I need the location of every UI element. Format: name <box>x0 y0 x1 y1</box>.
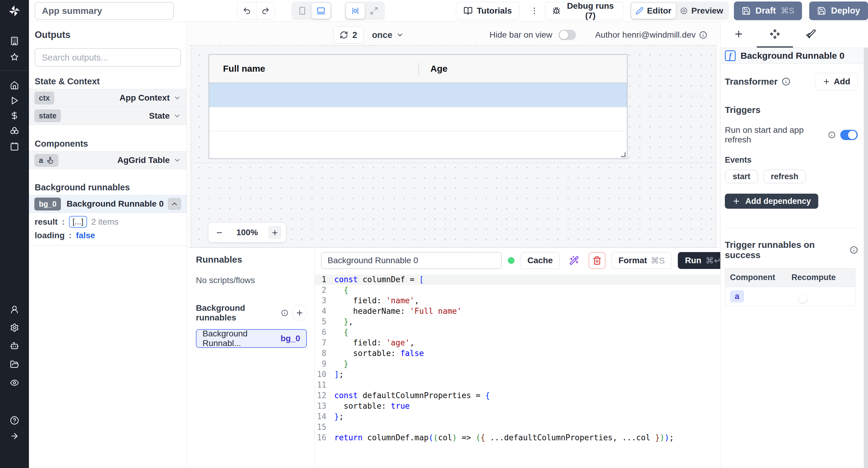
resources-boxes-icon[interactable] <box>10 127 19 136</box>
chevron-down-icon[interactable] <box>173 156 181 164</box>
zoom-level: 100% <box>231 228 263 237</box>
code-line-3[interactable]: 3 field: 'name', <box>315 295 735 306</box>
code-line-6[interactable]: 6 { <box>315 327 735 338</box>
app-summary-input[interactable] <box>35 2 174 20</box>
settings-gear-icon[interactable] <box>10 323 19 332</box>
mobile-view-button[interactable] <box>293 3 312 19</box>
zoom-out-button[interactable]: − <box>213 226 226 239</box>
column-header-full-name[interactable]: Full name <box>209 64 418 74</box>
add-runnable-button[interactable] <box>292 305 307 321</box>
chevron-down-icon[interactable] <box>173 94 181 102</box>
debug-runs-button[interactable]: Debug runs (7) <box>545 2 624 20</box>
preview-tab[interactable]: Preview <box>676 3 727 19</box>
undo-button[interactable] <box>238 2 256 19</box>
refresh-mode-dropdown[interactable]: once <box>372 30 404 40</box>
run-on-start-toggle[interactable] <box>840 130 858 140</box>
hide-bar-toggle[interactable] <box>558 30 576 40</box>
runnable-item-bg0[interactable]: Background Runnabl... bg_0 <box>196 329 307 348</box>
runnable-name-input[interactable] <box>321 252 502 269</box>
line-number: 12 <box>315 390 334 401</box>
code-line-9[interactable]: 9 } <box>315 359 735 369</box>
code-line-12[interactable]: 12const defaultColumnProperties = { <box>315 390 735 401</box>
format-label: Format <box>618 256 647 265</box>
line-number: 7 <box>315 338 334 348</box>
section-divider <box>29 245 187 245</box>
table-row[interactable] <box>209 107 627 131</box>
cache-button[interactable]: Cache <box>521 252 560 269</box>
center-layout-button[interactable] <box>346 3 365 19</box>
info-icon[interactable] <box>828 131 835 139</box>
insert-component-tab[interactable] <box>721 22 757 47</box>
code-line-11[interactable]: 11 <box>315 380 735 390</box>
styling-brush-tab[interactable] <box>793 22 829 47</box>
background-runnables-title: Background runnables <box>35 182 187 193</box>
collapse-chevron-up-button[interactable] <box>168 198 181 210</box>
column-separator[interactable] <box>418 63 419 75</box>
component-a-row[interactable]: a AgGrid Table <box>29 151 187 169</box>
code-line-7[interactable]: 7 field: 'age', <box>315 338 735 348</box>
folders-icon[interactable] <box>10 360 19 369</box>
home-icon[interactable] <box>10 81 19 90</box>
refresh-button[interactable]: 2 <box>333 26 364 44</box>
code-line-5[interactable]: 5 }, <box>315 316 735 327</box>
code-line-14[interactable]: 14}; <box>315 411 735 422</box>
panel-scrollbar[interactable] <box>864 47 868 468</box>
ctx-output-row[interactable]: ctx App Context <box>29 89 187 107</box>
info-icon[interactable] <box>850 246 858 254</box>
code-line-1[interactable]: 1const columnDef = [ <box>315 274 735 285</box>
events-label: Events <box>725 156 858 165</box>
table-row-selected[interactable] <box>209 83 627 107</box>
runs-play-icon[interactable] <box>10 96 19 105</box>
schedules-calendar-icon[interactable] <box>10 142 19 151</box>
code-line-10[interactable]: 10]; <box>315 369 735 380</box>
favorites-star-icon[interactable] <box>10 53 19 62</box>
state-output-row[interactable]: state State <box>29 107 187 125</box>
fullscreen-button[interactable] <box>365 3 383 19</box>
add-dependency-button[interactable]: Add dependency <box>725 194 818 209</box>
code-line-8[interactable]: 8 sortable: false <box>315 348 735 359</box>
result-array-chip[interactable]: [...] <box>69 216 87 228</box>
settings-diamonds-tab[interactable] <box>757 22 793 47</box>
components-title: Components <box>35 139 187 149</box>
groups-eye-icon[interactable] <box>10 378 19 387</box>
windmill-logo-icon[interactable] <box>8 4 21 18</box>
resize-handle[interactable] <box>621 153 626 157</box>
ai-bot-icon[interactable] <box>10 341 19 350</box>
function-icon: f <box>725 50 736 61</box>
workspace-building-icon[interactable] <box>10 36 19 45</box>
help-icon[interactable] <box>10 416 19 425</box>
code-line-2[interactable]: 2 { <box>315 285 735 295</box>
add-transformer-button[interactable]: Add <box>815 73 858 90</box>
code-line-15[interactable]: 15 <box>315 422 735 432</box>
chevron-down-icon[interactable] <box>173 112 181 120</box>
zoom-in-button[interactable]: + <box>268 226 281 239</box>
state-type-label: State <box>149 111 170 121</box>
redo-button[interactable] <box>256 2 275 19</box>
search-outputs-input[interactable] <box>35 48 181 67</box>
app-canvas[interactable]: Full name Age − 100% + <box>190 45 716 247</box>
more-menu-button[interactable] <box>528 2 540 20</box>
ai-wand-button[interactable] <box>566 252 583 269</box>
info-icon[interactable] <box>281 309 288 317</box>
tutorials-button[interactable]: Tutorials <box>456 2 519 20</box>
table-row-a: a <box>725 287 855 306</box>
aggrid-table-component[interactable]: Full name Age <box>209 54 627 159</box>
code-line-16[interactable]: 16return columnDef.map((col) => ({ ...de… <box>315 432 735 443</box>
code-line-4[interactable]: 4 headerName: 'Full name' <box>315 306 735 316</box>
user-icon[interactable] <box>10 305 19 314</box>
format-button[interactable]: Format ⌘S <box>612 252 672 269</box>
code-line-13[interactable]: 13 sortable: true <box>315 401 735 411</box>
column-header-age[interactable]: Age <box>418 64 447 74</box>
info-icon[interactable] <box>782 77 790 86</box>
draft-button[interactable]: Draft ⌘S <box>734 1 802 20</box>
code-area[interactable]: 1const columnDef = [2 {3 field: 'name',4… <box>315 274 735 443</box>
event-chips: start refresh <box>725 170 858 183</box>
editor-tab[interactable]: Editor <box>631 3 676 19</box>
bg0-output-row[interactable]: bg_0 Background Runnable 0 <box>29 195 187 213</box>
collapse-arrow-right-icon[interactable] <box>10 432 19 441</box>
delete-button[interactable] <box>589 252 606 269</box>
variables-dollar-icon[interactable] <box>10 111 19 120</box>
deploy-button[interactable]: Deploy <box>809 1 868 20</box>
info-icon[interactable] <box>699 31 707 39</box>
desktop-view-button[interactable] <box>312 3 330 19</box>
